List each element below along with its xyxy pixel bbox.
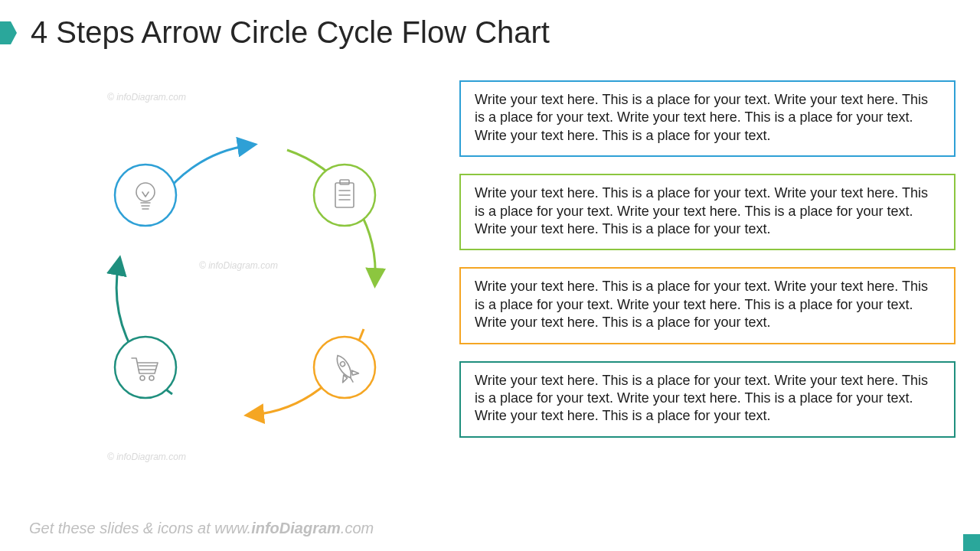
text-box-content: Write your text here. This is a place fo…: [475, 373, 928, 424]
corner-accent: [963, 534, 980, 551]
node-step1: [115, 165, 176, 226]
text-box-2: Write your text here. This is a place fo…: [459, 174, 956, 250]
slide: 4 Steps Arrow Circle Cycle Flow Chart © …: [0, 0, 980, 551]
footer-suffix: .com: [341, 520, 374, 536]
text-box-content: Write your text here. This is a place fo…: [475, 185, 928, 236]
text-box-content: Write your text here. This is a place fo…: [475, 92, 928, 143]
footer: Get these slides & icons at www.infoDiag…: [29, 520, 374, 537]
title-accent: [0, 21, 11, 44]
node-step4: [115, 337, 176, 398]
node-step3: [314, 337, 375, 398]
cycle-diagram: [61, 84, 429, 452]
text-box-1: Write your text here. This is a place fo…: [459, 80, 956, 157]
text-box-4: Write your text here. This is a place fo…: [459, 361, 956, 438]
text-boxes: Write your text here. This is a place fo…: [459, 80, 956, 438]
page-title: 4 Steps Arrow Circle Cycle Flow Chart: [31, 15, 550, 50]
footer-brand: infoDiagram: [251, 520, 341, 536]
text-box-3: Write your text here. This is a place fo…: [459, 267, 956, 344]
footer-prefix: Get these slides & icons at www.: [29, 520, 251, 536]
text-box-content: Write your text here. This is a place fo…: [475, 279, 928, 330]
watermark: © infoDiagram.com: [107, 452, 186, 462]
